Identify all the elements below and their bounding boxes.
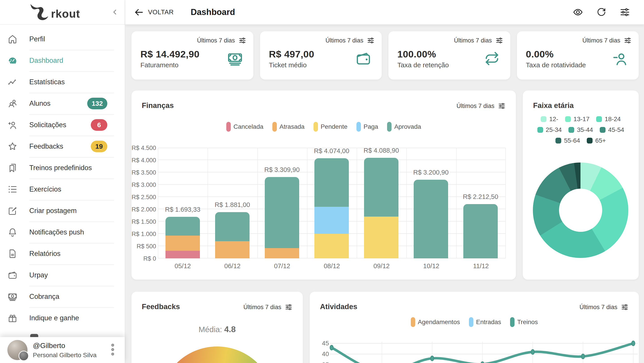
bar-group-05-12[interactable]: R$ 1.693,33 <box>158 148 208 258</box>
financas-bar-chart: R$ 1.693,33R$ 1.881,00R$ 3.309,90R$ 4.07… <box>158 148 506 258</box>
legend-swatch <box>541 116 546 122</box>
sidebar-item-relat-rios[interactable]: Relatórios <box>0 243 125 264</box>
legend-item-25-34[interactable]: 25-34 <box>537 126 562 133</box>
y-tick-label: R$ 1.000 <box>132 231 156 238</box>
stat-value: R$ 497,00 <box>269 49 314 60</box>
legend-swatch <box>537 127 543 133</box>
stat-card-faturamento: Últimos 7 dias R$ 14.492,90 Faturamento <box>132 31 253 80</box>
legend-swatch <box>314 122 318 132</box>
avatar[interactable] <box>8 340 28 360</box>
legend-item-65plus[interactable]: 65+ <box>587 137 606 144</box>
legend-item-pendente[interactable]: Pendente <box>314 122 348 132</box>
sidebar-item-notifica-es-push[interactable]: Notificações push <box>0 222 125 243</box>
stat-card-taxa-de-reten-o: Últimos 7 dias 100.00% Taxa de retenção <box>388 31 510 80</box>
bar-group-11-12[interactable]: R$ 2.212,50 <box>456 148 505 258</box>
legend-swatch <box>600 127 606 133</box>
bar-total-label: R$ 1.881,00 <box>215 201 250 209</box>
user-menu-dots-icon[interactable] <box>110 343 116 357</box>
feedbacks-average-value: 4.8 <box>224 325 236 334</box>
legend-item-12-[interactable]: 12- <box>541 116 558 123</box>
faixa-etaria-card: Faixa etária 12-13-1718-2425-3435-4445-5… <box>523 90 639 280</box>
bar-segment-cancelada <box>166 251 200 258</box>
refresh-icon[interactable] <box>596 7 607 17</box>
bar-total-label: R$ 2.212,50 <box>463 193 498 201</box>
atividades-line-chart <box>329 337 639 363</box>
sidebar-item-urpay[interactable]: Urpay <box>0 264 125 286</box>
bar-group-10-12[interactable]: R$ 3.200,90 <box>406 148 456 258</box>
y-tick-label: 40 <box>322 351 329 358</box>
bar-group-09-12[interactable]: R$ 4.088,90 <box>356 148 406 258</box>
repeat-icon <box>484 50 500 67</box>
stat-filter[interactable]: Últimos 7 dias <box>325 37 374 44</box>
sidebar-item-label: Dashboard <box>29 56 63 65</box>
legend-item-entradas[interactable]: Entradas <box>469 317 501 327</box>
atividades-filter[interactable]: Últimos 7 dias <box>580 303 628 311</box>
stat-filter[interactable]: Últimos 7 dias <box>582 37 632 44</box>
stat-label: Taxa de retenção <box>397 61 449 69</box>
back-button[interactable]: VOLTAR <box>134 7 174 17</box>
app-logo[interactable]: rkout <box>29 3 80 21</box>
legend-swatch <box>568 127 574 133</box>
stat-label: Taxa de rotatividade <box>526 61 586 69</box>
sidebar-item-exerc-cios[interactable]: Exercícios <box>0 179 125 200</box>
stat-value: 0.00% <box>526 49 554 60</box>
bar-segment-aprovada <box>314 158 349 207</box>
legend-item-paga[interactable]: Paga <box>356 122 378 132</box>
sidebar-item-alunos[interactable]: Alunos132 <box>0 93 125 114</box>
stat-filter[interactable]: Últimos 7 dias <box>197 37 246 44</box>
user-minus-icon <box>612 50 629 67</box>
sidebar-item-dashboard[interactable]: Dashboard <box>0 50 125 71</box>
sliders-icon[interactable] <box>620 7 630 17</box>
sidebar-item-estat-sticas[interactable]: Estatísticas <box>0 71 125 93</box>
wallet-icon <box>8 270 18 280</box>
main-area: VOLTAR Dashboard Últimos 7 dias R$ 14.49… <box>125 0 644 363</box>
sidebar-item-perfil[interactable]: Perfil <box>0 28 125 50</box>
sidebar-item-treinos-predefinidos[interactable]: Treinos predefinidos <box>0 157 125 179</box>
stat-filter[interactable]: Últimos 7 dias <box>454 37 503 44</box>
bar-group-06-12[interactable]: R$ 1.881,00 <box>208 148 257 258</box>
eye-icon[interactable] <box>573 7 583 17</box>
bar-total-label: R$ 4.074,00 <box>314 147 349 155</box>
legend-item-13-17[interactable]: 13-17 <box>565 116 590 123</box>
y-tick-label: R$ 2.500 <box>132 194 156 201</box>
financas-filter[interactable]: Últimos 7 dias <box>456 102 506 110</box>
user-panel[interactable]: @Gilberto Personal Gilberto Silva <box>0 337 125 363</box>
sidebar-collapse-icon[interactable] <box>111 8 119 16</box>
legend-item-45-54[interactable]: 45-54 <box>600 126 624 133</box>
bar-segment-aprovada <box>414 180 448 258</box>
stat-label: Faturamento <box>140 61 178 69</box>
bar-group-08-12[interactable]: R$ 4.074,00 <box>307 148 356 258</box>
y-tick-label: R$ 3.000 <box>132 181 156 188</box>
legend-item-18-24[interactable]: 18-24 <box>596 116 621 123</box>
legend-swatch <box>469 317 474 327</box>
bookmark-icon <box>8 163 18 173</box>
legend-item-agendamentos[interactable]: Agendamentos <box>411 317 460 327</box>
bar-segment-aprovada <box>215 212 250 241</box>
feedbacks-filter[interactable]: Últimos 7 dias <box>243 303 292 311</box>
sidebar-nav: PerfilDashboardEstatísticasAlunos132Soli… <box>0 24 125 329</box>
bar-segment-paga <box>314 207 349 234</box>
page-title: Dashboard <box>191 7 235 17</box>
sidebar-item-indique-e-ganhe[interactable]: Indique e ganhe <box>0 307 125 329</box>
sidebar-item-solicita-es[interactable]: Solicitações6 <box>0 114 125 136</box>
legend-item-35-44[interactable]: 35-44 <box>568 126 593 133</box>
bar-segment-atrasada <box>265 248 299 258</box>
stat-value: 100.00% <box>397 49 436 60</box>
user-handle: @Gilberto <box>33 342 96 350</box>
stat-cards-row: Últimos 7 dias R$ 14.492,90 Faturamento … <box>132 31 639 80</box>
faixa-etaria-title: Faixa etária <box>533 101 574 110</box>
legend-item-cancelada[interactable]: Cancelada <box>226 122 264 132</box>
legend-item-aprovada[interactable]: Aprovada <box>387 122 421 132</box>
legend-item-atrasada[interactable]: Atrasada <box>272 122 304 132</box>
chart-icon <box>8 77 18 87</box>
bar-group-07-12[interactable]: R$ 3.309,90 <box>257 148 307 258</box>
feedbacks-card: Feedbacks Últimos 7 dias Média: 4.8 <box>132 292 303 363</box>
user-plus-icon <box>8 120 18 130</box>
sidebar-item-feedbacks[interactable]: Feedbacks19 <box>0 136 125 157</box>
sidebar-item-criar-postagem[interactable]: Criar postagem <box>0 200 125 222</box>
bar-segment-atrasada <box>166 236 200 251</box>
legend-item-55-64[interactable]: 55-64 <box>556 137 580 144</box>
sidebar-item-cobran-a[interactable]: Cobrança <box>0 286 125 307</box>
sidebar-header: rkout <box>0 0 125 24</box>
legend-item-treinos[interactable]: Treinos <box>510 317 538 327</box>
